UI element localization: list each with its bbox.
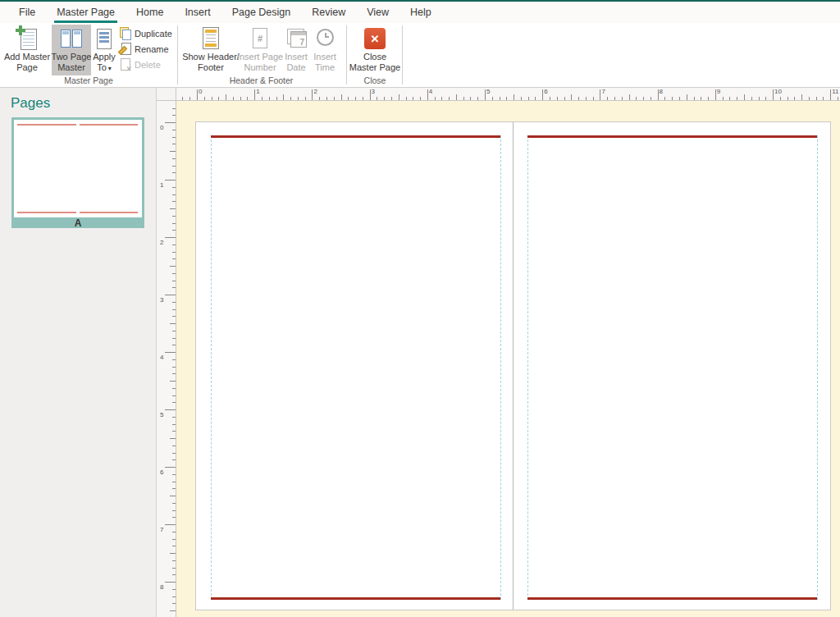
ruler-tick xyxy=(449,97,450,100)
ruler-tick xyxy=(600,89,600,100)
show-hf-label-2: Footer xyxy=(198,62,224,73)
ruler-tick xyxy=(801,94,802,100)
tab-home[interactable]: Home xyxy=(126,2,174,23)
rename-icon xyxy=(119,43,131,55)
ruler-number: 5 xyxy=(160,411,163,418)
insert-page-number-label-2: Number xyxy=(244,62,276,73)
ruler-tick xyxy=(254,89,255,100)
ruler-tick xyxy=(629,94,630,100)
ruler-tick xyxy=(319,97,320,100)
left-page-footer-rule[interactable] xyxy=(211,597,500,600)
ruler-tick xyxy=(172,172,176,173)
ruler-number: 1 xyxy=(256,88,259,95)
ruler-tick xyxy=(172,287,176,288)
margin-guide xyxy=(527,135,528,600)
ruler-tick xyxy=(172,187,176,188)
ruler-number: 3 xyxy=(372,88,375,95)
left-page-header-rule[interactable] xyxy=(211,135,500,138)
add-master-page-icon xyxy=(14,25,40,52)
ruler-number: 7 xyxy=(160,526,163,533)
ruler-tick xyxy=(165,180,176,181)
insert-date-button: Insert Date xyxy=(282,25,310,75)
show-header-footer-button[interactable]: Show Header/ Footer xyxy=(184,25,238,75)
tab-review[interactable]: Review xyxy=(301,2,356,23)
canvas-scroll-area[interactable] xyxy=(176,101,840,617)
ruler-number: 0 xyxy=(160,124,163,131)
right-page-footer-rule[interactable] xyxy=(527,597,817,600)
apply-to-icon xyxy=(91,25,117,52)
ruler-tick xyxy=(664,97,665,100)
master-page-group-label: Master Page xyxy=(0,75,177,85)
ruler-tick xyxy=(823,97,824,100)
add-master-page-button[interactable]: Add Master Page xyxy=(3,25,51,75)
ruler-tick xyxy=(212,97,212,100)
ruler-tick xyxy=(564,97,565,100)
ruler-tick xyxy=(165,524,176,525)
ruler-tick xyxy=(172,539,176,540)
ruler-tick xyxy=(305,97,306,100)
ruler-tick xyxy=(170,381,176,382)
ruler-tick xyxy=(715,89,716,100)
ruler-tick xyxy=(355,97,356,100)
rename-label: Rename xyxy=(135,44,169,54)
ruler-tick xyxy=(334,97,335,100)
ruler-tick xyxy=(370,89,371,100)
group-separator xyxy=(177,25,178,85)
ruler-tick xyxy=(326,97,327,100)
ruler-tick xyxy=(172,194,176,195)
ruler-tick xyxy=(172,158,176,159)
vertical-ruler[interactable]: 012345678 xyxy=(157,101,176,617)
duplicate-button[interactable]: Duplicate xyxy=(119,25,175,41)
ruler-tick xyxy=(172,510,176,511)
two-page-master-button[interactable]: Two Page Master xyxy=(52,25,91,75)
close-master-page-button[interactable]: Close Master Page xyxy=(351,25,399,75)
apply-to-button[interactable]: Apply To xyxy=(90,25,118,75)
ruler-tick xyxy=(456,94,457,100)
tab-master-page[interactable]: Master Page xyxy=(46,2,126,23)
ruler-tick xyxy=(788,97,788,100)
ruler-tick xyxy=(723,97,724,100)
ruler-tick xyxy=(593,97,594,100)
ruler-tick xyxy=(298,97,299,100)
tab-view[interactable]: View xyxy=(356,2,399,23)
ruler-tick xyxy=(172,446,176,446)
tab-page-design[interactable]: Page Design xyxy=(221,2,302,23)
add-master-label-2: Page xyxy=(16,62,38,73)
ruler-tick xyxy=(463,97,464,100)
ruler-tick xyxy=(165,295,176,295)
tab-file[interactable]: File xyxy=(8,2,46,23)
ruler-tick xyxy=(384,97,385,100)
rename-button[interactable]: Rename xyxy=(119,41,175,57)
ruler-tick xyxy=(170,151,176,152)
tab-insert[interactable]: Insert xyxy=(174,2,221,23)
ruler-tick xyxy=(514,94,514,100)
close-group-label: Close xyxy=(351,75,399,85)
right-page-header-rule[interactable] xyxy=(527,135,817,138)
ruler-tick xyxy=(672,97,673,100)
two-page-master-sheet[interactable] xyxy=(195,121,831,610)
duplicate-label: Duplicate xyxy=(135,29,172,39)
thumbnail-spread xyxy=(14,120,142,217)
ruler-tick xyxy=(172,596,176,597)
ruler-tick xyxy=(172,230,176,231)
ruler-tick xyxy=(172,431,176,432)
group-separator xyxy=(402,25,403,85)
insert-date-icon xyxy=(283,25,309,52)
dropdown-arrow-icon xyxy=(107,62,112,74)
ruler-tick xyxy=(172,359,176,360)
ruler-tick xyxy=(765,97,766,100)
ruler-tick xyxy=(197,89,198,100)
master-page-thumbnail[interactable]: A xyxy=(11,117,144,228)
delete-label: Delete xyxy=(135,60,161,70)
tab-help[interactable]: Help xyxy=(399,2,442,23)
insert-date-label-1: Insert xyxy=(285,52,308,62)
ruler-tick xyxy=(694,97,695,100)
horizontal-ruler[interactable]: 01234567891011 xyxy=(176,88,840,101)
ruler-tick xyxy=(172,503,176,504)
margin-guide xyxy=(500,135,501,600)
ruler-tick xyxy=(172,589,176,590)
ruler-tick xyxy=(172,424,176,425)
ruler-number: 4 xyxy=(429,88,432,95)
ruler-tick xyxy=(172,395,176,396)
ruler-tick xyxy=(435,97,436,100)
